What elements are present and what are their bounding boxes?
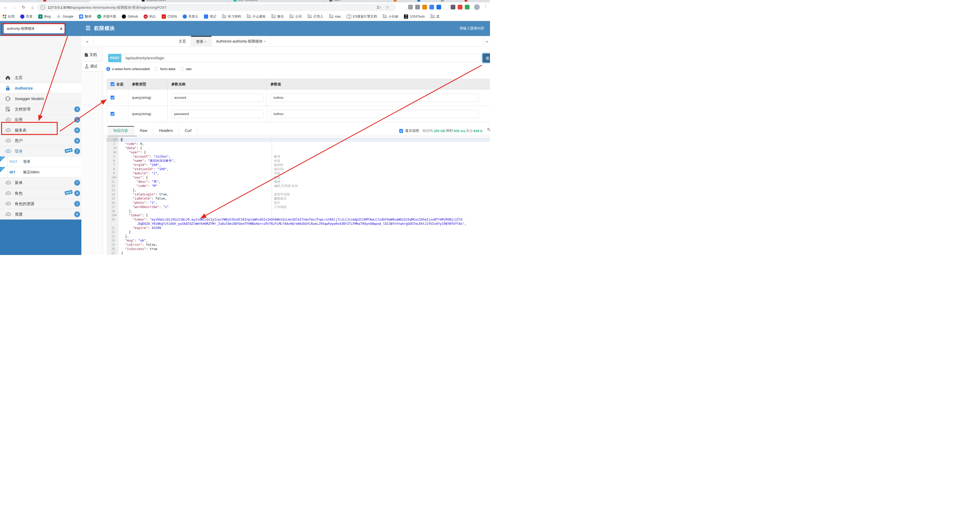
bookmark-item[interactable]: C开源中国 [97,14,116,19]
subnav-item-debug[interactable]: 调试 [81,61,103,72]
header-search-input[interactable]: 请输入搜索内容 [460,26,485,31]
bookmark-item[interactable]: G码云 [143,14,156,19]
extension-icon[interactable] [458,5,463,10]
sidebar-item-角色的资源[interactable]: API角色的资源1 [0,199,81,209]
module-select[interactable]: authority-权限模块 [4,24,65,33]
param-name-input[interactable] [171,110,264,118]
param-value-input[interactable] [270,94,479,102]
show-desc-checkbox[interactable] [399,129,403,133]
param-value-input[interactable] [270,110,479,118]
bookmark-item[interactable]: 学习资料 [222,14,241,19]
sidebar-item-文档管理[interactable]: 文档管理3 [0,104,81,115]
sidebar-endpoint-登录[interactable]: NEWPOST登录 [0,156,81,167]
radio-raw[interactable] [180,67,184,71]
fold-arrow-icon[interactable]: ▾ [115,138,116,142]
sidebar-item-主页[interactable]: 主页 [0,72,81,83]
extension-icon[interactable] [451,5,455,10]
fold-arrow-icon[interactable]: ▾ [115,150,116,155]
horizontal-scrollbar[interactable] [103,135,490,137]
bookmark-item[interactable]: 小目标 [383,14,398,19]
browser-tab[interactable] [465,0,468,2]
fold-arrow-icon[interactable]: ▾ [115,146,116,150]
response-tab-Headers[interactable]: Headers [153,126,179,135]
sidebar-item-Swagger Models[interactable]: Swagger Models [0,94,81,104]
extension-icon[interactable] [430,5,434,10]
forward-icon[interactable]: → [11,4,18,11]
address-bar[interactable]: i 127.0.0.1:8760/api/gate/doc.html#/auth… [37,4,396,11]
sidebar-item-角色[interactable]: API角色NEW8 [0,188,81,199]
bookmark-item[interactable]: 百度云 [183,14,199,19]
bookmark-item[interactable]: 应用 [3,14,14,19]
bookmark-item[interactable]: ES搜索引擎文档 [347,14,377,19]
bookmark-item[interactable]: 其 [430,14,440,19]
sidebar-toggle-icon[interactable]: ☰ [86,25,91,31]
tab-close-icon[interactable]: × [204,40,206,44]
browser-tab[interactable] [43,0,46,2]
page-info-icon[interactable]: i [40,5,45,10]
translate-icon[interactable]: 文A [376,5,381,10]
browser-tab[interactable]: Luna - JumpServer [234,0,258,2]
content-tab-主页[interactable]: 主页 [174,36,191,47]
send-button[interactable]: 发送 [482,53,490,63]
param-name-input[interactable] [171,94,264,102]
bookmark-item[interactable]: mac [329,15,341,18]
url-text[interactable]: 127.0.0.1:8760/api/gate/doc.html#/author… [48,5,166,10]
response-tab-Curl[interactable]: Curl [179,126,197,135]
sidebar-endpoint-验证token[interactable]: NEWGET验证token [0,167,81,177]
fullscreen-icon[interactable]: ⇱⇲ [487,128,490,131]
browser-menu-icon[interactable]: ⋮ [484,4,487,8]
bookmark-item[interactable]: 什么都有 [247,14,266,19]
tab-close-icon[interactable]: × [264,40,266,43]
sidebar-item-用户[interactable]: API用户9 [0,135,81,146]
fold-arrow-icon[interactable]: ▾ [115,213,116,217]
response-tab-Raw[interactable]: Raw [134,126,153,135]
tabs-more-button[interactable]: » [484,36,490,47]
response-json-editor[interactable]: 1▾23▾4▾5678910▾111213141516171819▾202122… [103,137,490,255]
browser-tab[interactable]: https:// [329,0,340,2]
reload-icon[interactable]: ↻ [21,4,27,11]
bookmark-item[interactable]: 百度 [20,14,33,19]
scrollbar-handle[interactable] [108,135,137,137]
browser-tab[interactable] [441,0,444,2]
tabs-collapse-button[interactable]: « [81,36,94,47]
extension-icon[interactable] [436,5,441,10]
content-tab-Authorize-authority-权限模块[interactable]: Authorize-authority-权限模块× [212,36,270,47]
bookmark-item[interactable]: GGoogle [56,14,73,19]
browser-tab[interactable] [394,0,396,2]
sidebar-item-Authorize[interactable]: Authorize [0,83,81,94]
browser-tab[interactable]: Temporary Interact [142,0,165,2]
sidebar-item-应用[interactable]: API应用5 [0,115,81,125]
fold-arrow-icon[interactable]: ▾ [115,175,116,180]
request-url-input[interactable]: /api/authority/anno/login [121,54,481,62]
bookmark-item[interactable]: 笔记 [204,14,216,19]
content-tab-登录[interactable]: 登录× [191,36,212,47]
profile-avatar[interactable] [474,4,480,10]
select-all-checkbox[interactable] [110,82,115,86]
sidebar-item-登录[interactable]: API登录NEW2 [0,146,81,156]
extension-icon[interactable] [465,5,469,10]
sidebar-item-服务表[interactable]: API服务表6 [0,125,81,135]
bookmark-item[interactable]: 10241024Tools [404,14,425,19]
extension-icon[interactable] [415,5,420,10]
bookmark-item[interactable]: 公司 [290,14,302,19]
extension-icon[interactable] [408,5,413,10]
subnav-item-doc[interactable]: 文档 [81,50,103,60]
bookmark-item[interactable]: 微信 [271,14,284,19]
response-tab-响应内容[interactable]: 响应内容 [108,126,134,135]
bookmark-star-icon[interactable]: ☆ [386,5,389,10]
browser-tab[interactable] [417,0,420,2]
param-checkbox[interactable] [110,96,115,100]
extension-icon[interactable] [444,5,449,10]
bookmark-item[interactable]: GitHub [122,14,138,19]
browser-tabstrip[interactable]: Temporary InteractLuna - JumpServerhttps… [0,0,490,2]
back-icon[interactable]: ← [3,4,9,11]
radio-x-www-form-urlencoded[interactable] [106,67,110,71]
bookmark-item[interactable]: 已导入 [308,14,323,19]
radio-form-data[interactable] [154,67,158,71]
sidebar-item-资源[interactable]: API资源6 [0,209,81,220]
extension-icon[interactable] [422,5,427,10]
bookmark-item[interactable]: CCSDN [162,14,177,19]
bookmark-item[interactable]: bBing [38,14,51,19]
home-icon[interactable]: ⌂ [29,4,36,11]
param-checkbox[interactable] [110,112,115,116]
